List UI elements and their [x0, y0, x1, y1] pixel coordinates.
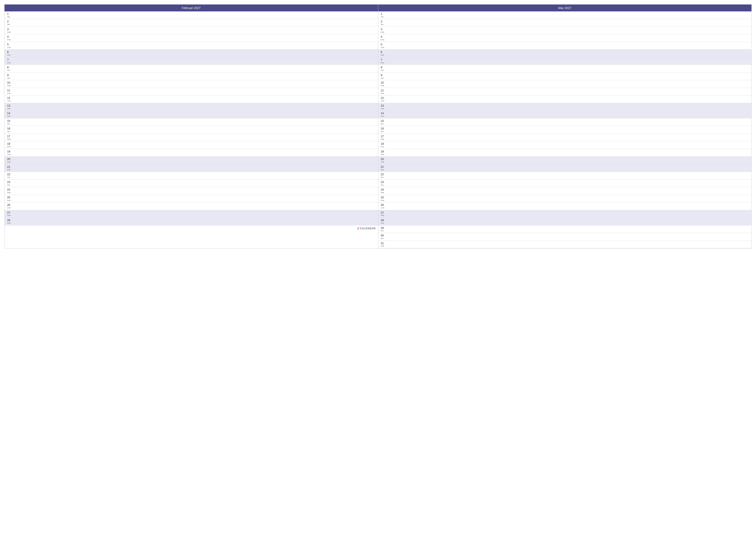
day-name: AHA: [7, 169, 11, 171]
day-name: ISN: [7, 176, 10, 179]
day-number: 16: [381, 127, 384, 131]
day-row: 6SAB: [378, 50, 752, 57]
day-name: SEL: [381, 23, 384, 26]
day-cell: 5JUM: [6, 42, 12, 49]
day-row: 3RAB: [5, 27, 378, 34]
day-row: 13SAB: [5, 103, 378, 111]
day-cell: 8ISN: [380, 65, 385, 72]
day-row: 17RAB: [378, 134, 752, 141]
day-name: ISN: [381, 123, 384, 125]
day-name: ISN: [381, 230, 384, 232]
day-row: 13SAB: [378, 103, 752, 111]
day-number: 31: [381, 242, 384, 245]
day-cell: 4KHA: [380, 35, 386, 41]
day-number: 8: [7, 66, 10, 69]
day-name: RAB: [7, 191, 11, 194]
day-cell: 23SEL: [380, 180, 385, 187]
day-cell: 13SAB: [6, 104, 12, 110]
day-row: 20SAB: [5, 157, 378, 164]
day-row: 21AHA: [5, 164, 378, 172]
day-cell: 9SEL: [6, 73, 12, 79]
day-name: JUM: [381, 154, 384, 156]
day-name: SAB: [381, 108, 384, 110]
day-cell: 1ISN: [6, 12, 11, 18]
day-name: RAB: [381, 31, 384, 33]
day-name: AHA: [381, 222, 384, 224]
day-cell: 19JUM: [380, 149, 386, 156]
day-row: 19JUM: [378, 149, 752, 157]
day-name: SEL: [381, 238, 384, 240]
day-number: 25: [381, 196, 384, 199]
day-row: 26JUM: [378, 202, 752, 210]
day-row: 6SAB: [5, 50, 378, 57]
day-cell: 15ISN: [380, 119, 385, 125]
day-number: 3: [381, 28, 384, 31]
brand-icon: 7: [357, 227, 359, 230]
day-row: 21AHA: [378, 164, 752, 172]
day-cell: 1ISN: [380, 12, 385, 18]
day-row: 15ISN: [5, 118, 378, 126]
day-cell: 24RAB: [6, 188, 12, 194]
day-row: 18KHA: [5, 141, 378, 149]
day-number: 27: [381, 211, 384, 215]
day-number: 2: [7, 20, 10, 23]
day-name: SAB: [7, 108, 11, 110]
day-cell: 8ISN: [6, 65, 11, 72]
february-section: Februari 2027 1ISN2SEL3RAB4KHA5JUM6SAB7A…: [5, 5, 378, 248]
day-row: 11KHA: [378, 88, 752, 95]
day-cell: 26JUM: [380, 203, 386, 209]
day-number: 27: [7, 211, 11, 215]
day-number: 12: [7, 96, 11, 100]
day-number: 28: [381, 218, 384, 222]
day-name: JUM: [7, 207, 11, 209]
day-cell: 10RAB: [6, 81, 12, 87]
day-name: ISN: [7, 69, 10, 71]
day-number: 6: [381, 50, 384, 54]
day-row: 15ISN: [378, 118, 752, 126]
day-number: 10: [381, 81, 384, 85]
day-name: SAB: [7, 161, 11, 163]
day-row: 8ISN: [5, 65, 378, 72]
day-cell: 6SAB: [380, 50, 386, 56]
day-number: 19: [7, 150, 11, 154]
day-row: 19JUM: [5, 149, 378, 157]
day-cell: 27SAB: [380, 211, 386, 217]
day-name: SEL: [7, 184, 10, 186]
day-number: 23: [381, 180, 384, 184]
day-cell: 20SAB: [380, 157, 386, 164]
day-cell: 18KHA: [380, 142, 386, 148]
day-name: SEL: [381, 131, 384, 133]
day-cell: 7AHA: [380, 58, 386, 64]
day-name: SAB: [381, 215, 384, 216]
day-cell: 28AHA: [380, 218, 386, 225]
day-number: 9: [381, 73, 384, 77]
day-row: 23SEL: [378, 180, 752, 187]
day-name: AHA: [7, 115, 11, 117]
day-cell: 21AHA: [6, 165, 12, 171]
day-cell: 6SAB: [6, 50, 12, 56]
day-cell: 9SEL: [380, 73, 385, 79]
day-name: AHA: [381, 169, 384, 171]
day-name: JUM: [381, 207, 384, 209]
day-cell: 14AHA: [6, 111, 12, 117]
day-cell: 27SAB: [6, 211, 12, 217]
day-number: 19: [381, 150, 384, 154]
day-number: 5: [7, 43, 11, 46]
day-row: 9SEL: [378, 73, 752, 80]
day-name: AHA: [7, 222, 11, 224]
day-number: 6: [7, 50, 11, 54]
day-row: 16SEL: [378, 126, 752, 134]
calendar-container: Februari 2027 1ISN2SEL3RAB4KHA5JUM6SAB7A…: [4, 4, 752, 248]
day-cell: 19JUM: [6, 149, 12, 156]
day-name: KHA: [7, 199, 11, 202]
day-name: RAB: [381, 85, 384, 87]
day-number: 2: [381, 20, 384, 23]
day-name: RAB: [7, 85, 11, 87]
day-number: 11: [381, 89, 384, 92]
day-name: SAB: [7, 54, 11, 56]
day-cell: 7AHA: [6, 58, 12, 64]
day-row: 11KHA: [5, 88, 378, 95]
day-row: 12JUM: [378, 95, 752, 103]
day-number: 14: [7, 112, 11, 115]
day-name: KHA: [381, 92, 384, 94]
